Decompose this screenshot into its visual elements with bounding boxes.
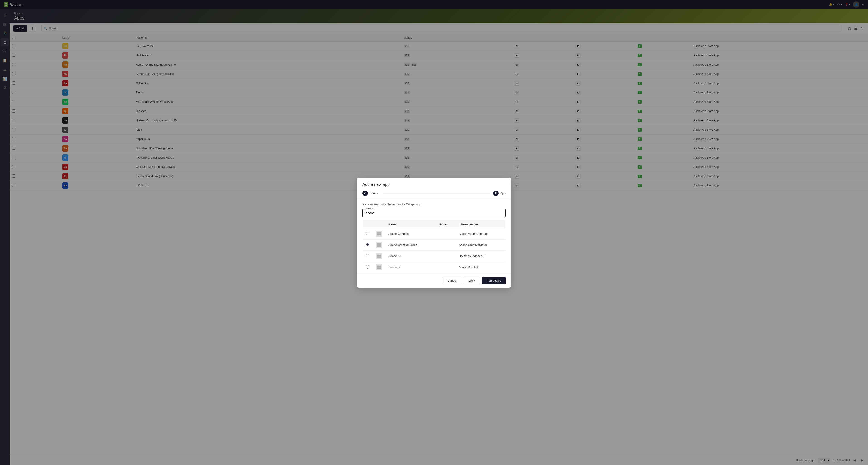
app-icon-cell [373,228,385,233]
modal-search-field: Search [362,209,434,217]
modal-header: Add a new app ✓ Source 2 App [357,178,434,199]
stepper: ✓ Source 2 App [362,191,434,196]
search-field-label: Search [365,207,375,210]
step-1-label: Source [370,192,379,195]
modal-app-name: Adobe Connect [385,228,434,233]
radio-cell[interactable] [363,228,373,233]
app-search-input[interactable] [363,209,434,217]
modal-body: You can search by the name of a Winget a… [357,199,434,233]
modal-description: You can search by the name of a Winget a… [362,203,434,206]
modal-overlay: Add a new app ✓ Source 2 App You can sea… [0,0,434,233]
col-radio [363,220,373,228]
step-line [382,193,434,193]
step-1: ✓ Source [362,191,379,196]
modal-app-row: Adobe Connect Adobe.AdobeConnect [363,228,434,233]
app-icon-sm [376,231,382,233]
svg-rect-4 [377,232,379,233]
col-app-name: Name [385,220,434,228]
svg-rect-5 [379,232,380,233]
add-app-modal: Add a new app ✓ Source 2 App You can sea… [357,178,434,233]
step-1-circle: ✓ [362,191,368,196]
app-results-table: Name Price Internal name [362,220,434,233]
modal-title: Add a new app [362,182,434,187]
col-icon [373,220,385,228]
app-results-area: Name Price Internal name [362,220,434,233]
app-radio-0[interactable] [366,232,369,233]
